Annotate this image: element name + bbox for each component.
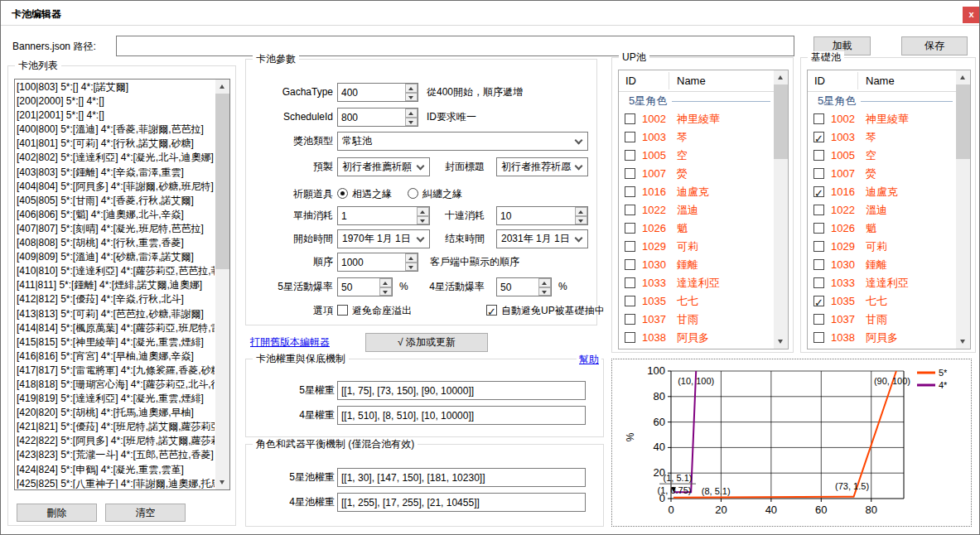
- delete-button[interactable]: 刪除: [17, 504, 97, 522]
- row-checkbox[interactable]: [813, 205, 824, 215]
- up-pool-row[interactable]: 1038阿貝多: [619, 329, 774, 347]
- wish-item-radio-intertwined[interactable]: 糾纏之緣: [408, 185, 462, 203]
- row-checkbox[interactable]: [813, 259, 824, 270]
- help-link[interactable]: 幫助: [577, 353, 601, 366]
- pool-list-item[interactable]: [415|815] 5*:[神里綾華] 4*:[凝光,重雲,煙緋]: [17, 335, 215, 349]
- up-pool-table[interactable]: ID Name 5星角色1002神里綾華1003琴1005空1007熒1016迪…: [618, 70, 789, 349]
- spin-up-icon[interactable]: [538, 278, 551, 287]
- close-button[interactable]: x: [963, 7, 980, 23]
- row-checkbox[interactable]: [813, 223, 824, 234]
- clear-button[interactable]: 清空: [105, 504, 186, 522]
- up-pool-scrollbar[interactable]: [774, 70, 788, 349]
- spin-down-icon[interactable]: [405, 118, 418, 127]
- base-pool-row[interactable]: 1035七七: [808, 292, 956, 311]
- base-pool-row[interactable]: 1033達達利亞: [808, 274, 956, 292]
- pool-list-item[interactable]: [421|821] 5*:[優菈] 4*:[班尼特,諾艾爾,蘿莎莉亞]: [17, 420, 215, 434]
- pool-list-item[interactable]: [410|810] 5*:[達達利亞] 4*:[蘿莎莉亞,芭芭拉,菲謝爾]: [17, 264, 215, 278]
- star4-rate-input[interactable]: [497, 278, 538, 296]
- pool-list-item[interactable]: [416|816] 5*:[宵宮] 4*:[早柚,迪奧娜,辛焱]: [17, 349, 215, 364]
- scroll-up-icon[interactable]: [956, 70, 970, 84]
- up-pool-row[interactable]: 1037甘雨: [619, 311, 774, 329]
- row-checkbox[interactable]: [625, 332, 635, 343]
- star5-rate-input[interactable]: [338, 278, 379, 296]
- option-checkbox-avoid-overflow[interactable]: 避免命座溢出: [337, 301, 412, 320]
- pool-list-item[interactable]: [400|800] 5*:[溫迪] 4*:[香菱,菲謝爾,芭芭拉]: [17, 123, 215, 137]
- end-time-select[interactable]: 2031年 1月 1日: [496, 229, 588, 248]
- pool-listbox[interactable]: [100|803] 5*:[] 4*:[諾艾爾][200|2000] 5*:[]…: [14, 79, 230, 490]
- row-checkbox[interactable]: [813, 113, 824, 124]
- up-pool-row[interactable]: 1033達達利亞: [619, 274, 774, 292]
- up-pool-row[interactable]: 1029可莉: [619, 238, 774, 256]
- pool-list-item[interactable]: [201|2001] 5*:[] 4*:[]: [17, 108, 215, 123]
- pool-list-item[interactable]: [404|804] 5*:[阿貝多] 4*:[菲謝爾,砂糖,班尼特]: [17, 180, 215, 194]
- spin-up-icon[interactable]: [405, 108, 418, 118]
- base-pool-row[interactable]: 1002神里綾華: [808, 110, 956, 128]
- pool-type-select[interactable]: 常駐池: [337, 132, 588, 151]
- up-pool-row[interactable]: 1005空: [619, 147, 774, 165]
- row-checkbox[interactable]: [813, 332, 824, 343]
- row-checkbox[interactable]: [625, 132, 635, 142]
- scrollbar-thumb[interactable]: [774, 84, 788, 159]
- scrollbar-thumb[interactable]: [215, 94, 229, 269]
- row-checkbox[interactable]: [813, 186, 824, 197]
- base-pool-row[interactable]: 1005空: [808, 147, 956, 165]
- scroll-down-icon[interactable]: [956, 335, 970, 349]
- pool-list-item[interactable]: [422|822] 5*:[阿貝多] 4*:[班尼特,諾艾爾,蘿莎莉亞]: [17, 434, 215, 448]
- up-pool-row[interactable]: 1026魈: [619, 219, 774, 238]
- row-checkbox[interactable]: [813, 277, 824, 288]
- up-pool-row[interactable]: 1002神里綾華: [619, 110, 774, 128]
- cover-title-select[interactable]: 初行者推荐祈愿: [496, 157, 588, 176]
- up-pool-row[interactable]: 1007熒: [619, 165, 774, 183]
- base-pool-row[interactable]: 1016迪盧克: [808, 183, 956, 201]
- row-checkbox[interactable]: [813, 132, 824, 142]
- ten-cost-input[interactable]: [497, 207, 574, 224]
- pool-list-item[interactable]: [419|819] 5*:[達達利亞] 4*:[凝光,重雲,煙緋]: [17, 392, 215, 406]
- gacha-type-input[interactable]: [338, 84, 404, 101]
- pool-list-item[interactable]: [420|820] 5*:[胡桃] 4*:[托馬,迪奧娜,早柚]: [17, 406, 215, 420]
- pool-list-item[interactable]: [401|801] 5*:[可莉] 4*:[行秋,諾艾爾,砂糖]: [17, 137, 215, 151]
- pool-list-item[interactable]: [402|802] 5*:[達達利亞] 4*:[凝光,北斗,迪奧娜]: [17, 151, 215, 165]
- radio-icon[interactable]: [337, 188, 348, 199]
- checkbox-icon[interactable]: [337, 305, 348, 316]
- pool-list-item[interactable]: [424|824] 5*:[申鶴] 4*:[凝光,重雲,雲堇]: [17, 463, 215, 477]
- pool-list-item[interactable]: [406|806] 5*:[魈] 4*:[迪奧娜,北斗,辛焱]: [17, 208, 215, 222]
- pool-list-item[interactable]: [411|811] 5*:[鍾離] 4*:[煙緋,諾艾爾,迪奧娜]: [17, 278, 215, 292]
- base-pool-row[interactable]: 1007熒: [808, 165, 956, 183]
- spin-up-icon[interactable]: [575, 207, 587, 216]
- wish-item-radio-encounter[interactable]: 相遇之緣: [337, 185, 392, 203]
- row-checkbox[interactable]: [625, 150, 635, 161]
- star5-pool-weight-input[interactable]: [337, 468, 586, 487]
- star4-pool-weight-input[interactable]: [337, 493, 586, 512]
- pool-list-item[interactable]: [409|809] 5*:[溫迪] 4*:[砂糖,雷澤,諾艾爾]: [17, 250, 215, 264]
- base-pool-scrollbar[interactable]: [956, 70, 970, 349]
- row-checkbox[interactable]: [813, 150, 824, 161]
- path-input[interactable]: [116, 36, 794, 56]
- pool-list-item[interactable]: [200|2000] 5*:[] 4*:[]: [17, 94, 215, 108]
- spin-down-icon[interactable]: [379, 287, 392, 296]
- spin-down-icon[interactable]: [405, 93, 418, 102]
- pool-list-item[interactable]: [405|805] 5*:[甘雨] 4*:[香菱,行秋,諾艾爾]: [17, 194, 215, 208]
- up-pool-row[interactable]: 1035七七: [619, 292, 774, 311]
- order-input[interactable]: [338, 253, 404, 271]
- spin-up-icon[interactable]: [379, 278, 392, 287]
- scrollbar-thumb[interactable]: [956, 84, 970, 159]
- pool-list-scrollbar[interactable]: [215, 80, 229, 489]
- row-checkbox[interactable]: [625, 314, 635, 325]
- radio-icon[interactable]: [408, 188, 418, 199]
- spin-up-icon[interactable]: [405, 253, 418, 263]
- row-checkbox[interactable]: [625, 168, 635, 179]
- pool-list-item[interactable]: [425|825] 5*:[八重神子] 4*:[菲謝爾,迪奧娜,托馬]: [17, 477, 215, 489]
- base-pool-row[interactable]: 1038阿貝多: [808, 329, 956, 347]
- option-checkbox-avoid-up-in-base[interactable]: 自動避免UP被基礎抽中: [486, 301, 605, 320]
- up-pool-row[interactable]: 1016迪盧克: [619, 183, 774, 201]
- pool-list-item[interactable]: [418|818] 5*:[珊瑚宮心海] 4*:[蘿莎莉亞,北斗,行秋]: [17, 378, 215, 392]
- row-checkbox[interactable]: [625, 223, 635, 234]
- checkbox-icon[interactable]: [486, 305, 497, 316]
- pool-list-item[interactable]: [412|812] 5*:[優菈] 4*:[辛焱,行秋,北斗]: [17, 292, 215, 306]
- base-pool-row[interactable]: 1003琴: [808, 128, 956, 147]
- row-checkbox[interactable]: [813, 314, 824, 325]
- up-pool-row[interactable]: 1022溫迪: [619, 201, 774, 219]
- row-checkbox[interactable]: [813, 241, 824, 252]
- up-pool-row[interactable]: 1030鍾離: [619, 256, 774, 274]
- row-checkbox[interactable]: [813, 296, 824, 306]
